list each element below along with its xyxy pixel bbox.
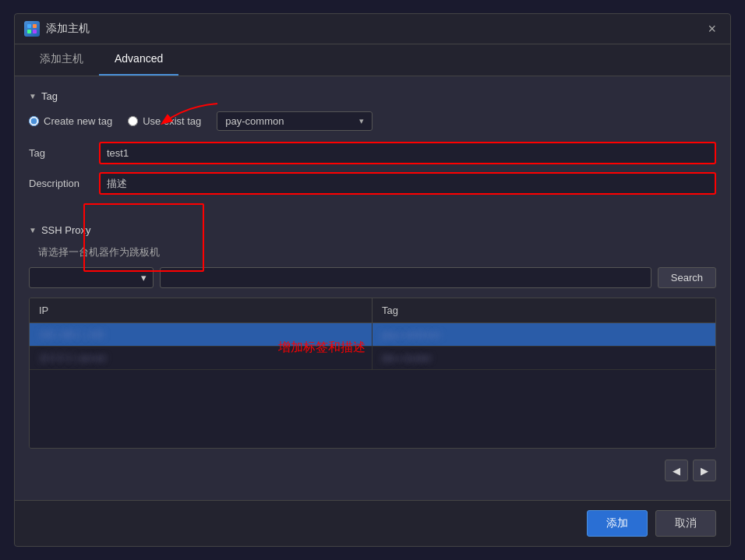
chevron-down-icon: ▾ xyxy=(141,272,147,284)
title-bar: 添加主机 × xyxy=(15,14,730,44)
ssh-search-input[interactable] xyxy=(160,267,651,288)
table-header: IP Tag xyxy=(30,298,715,323)
svg-rect-0 xyxy=(27,24,31,28)
tag-section-title: Tag xyxy=(41,90,58,102)
ssh-section-title: SSH Proxy xyxy=(41,224,91,236)
ssh-section-header: ▼ SSH Proxy xyxy=(29,224,716,236)
radio-row: Create new tag Use exist tag pay-common … xyxy=(29,111,716,131)
chevron-down-icon: ▾ xyxy=(359,116,364,126)
tab-advanced[interactable]: Advanced xyxy=(99,44,178,76)
content-area: ▼ Tag Create new tag Use exist tag pay-c… xyxy=(15,76,730,500)
next-page-button[interactable]: ▶ xyxy=(693,460,716,481)
table-cell-ip: 10.0.0.1 server xyxy=(30,347,372,369)
tag-dropdown-value: pay-common xyxy=(225,115,284,127)
search-button[interactable]: Search xyxy=(658,267,716,288)
table-body: 192.168.1.100 pay-common 10.0.0.1 server… xyxy=(30,323,715,448)
desc-input[interactable] xyxy=(99,172,716,195)
prev-page-button[interactable]: ◀ xyxy=(665,460,688,481)
radio-use-exist[interactable]: Use exist tag xyxy=(128,115,201,127)
tag-dropdown[interactable]: pay-common ▾ xyxy=(217,111,372,131)
ssh-select-dropdown[interactable]: ▾ xyxy=(29,267,154,288)
svg-rect-2 xyxy=(27,30,31,33)
cancel-button[interactable]: 取消 xyxy=(655,510,716,537)
svg-rect-3 xyxy=(33,30,37,33)
close-button[interactable]: × xyxy=(703,20,721,37)
section-collapse-icon: ▼ xyxy=(29,92,37,100)
radio-create-new[interactable]: Create new tag xyxy=(29,115,112,127)
table-row[interactable]: 10.0.0.1 server dev-cluster xyxy=(30,347,715,370)
tag-input[interactable] xyxy=(99,142,716,164)
table-cell-tag: pay-common xyxy=(372,323,715,346)
tag-form-row: Tag xyxy=(29,142,716,164)
ssh-controls: ▾ Search xyxy=(29,267,716,288)
tab-add-host[interactable]: 添加主机 xyxy=(24,44,99,76)
ssh-table: IP Tag 192.168.1.100 pay-common 10.0.0.1… xyxy=(29,298,716,449)
pagination: ◀ ▶ xyxy=(29,452,716,489)
tag-label: Tag xyxy=(29,147,99,159)
desc-form-row: Description 增加标签和描述 xyxy=(29,172,716,195)
app-icon xyxy=(24,21,40,37)
desc-label: Description xyxy=(29,178,99,189)
svg-rect-1 xyxy=(33,24,37,28)
ssh-instruction: 请选择一台机器作为跳板机 xyxy=(38,245,716,259)
table-cell-ip: 192.168.1.100 xyxy=(30,323,372,346)
table-row[interactable]: 192.168.1.100 pay-common xyxy=(30,323,715,347)
tag-section: ▼ Tag Create new tag Use exist tag pay-c… xyxy=(29,87,716,203)
ssh-collapse-icon: ▼ xyxy=(29,226,37,234)
add-button[interactable]: 添加 xyxy=(587,510,648,537)
col-ip-header: IP xyxy=(30,298,372,322)
tag-section-header: ▼ Tag xyxy=(29,90,716,102)
tab-bar: 添加主机 Advanced xyxy=(15,44,730,76)
footer: 添加 取消 xyxy=(15,500,730,546)
table-cell-tag: dev-cluster xyxy=(372,347,715,369)
dialog-title: 添加主机 xyxy=(46,22,703,36)
radio-exist-label: Use exist tag xyxy=(143,115,201,127)
ssh-section: ▼ SSH Proxy 请选择一台机器作为跳板机 ▾ Search IP Tag xyxy=(29,221,716,489)
col-tag-header: Tag xyxy=(372,298,715,322)
radio-create-label: Create new tag xyxy=(44,115,112,127)
dialog: 添加主机 × 添加主机 Advanced ▼ Tag xyxy=(14,13,731,547)
